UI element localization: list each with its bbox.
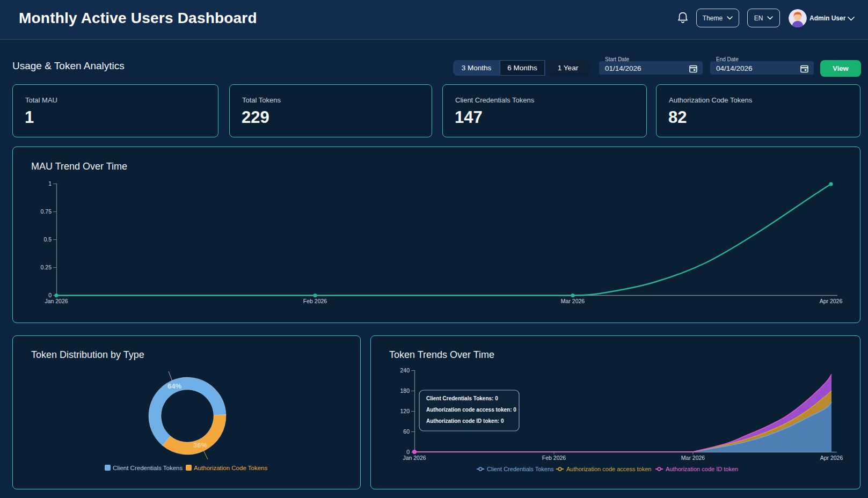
- svg-text:Authorization Code Tokens: Authorization Code Tokens: [194, 465, 267, 471]
- svg-text:120: 120: [400, 408, 410, 414]
- svg-text:Feb 2026: Feb 2026: [542, 455, 566, 461]
- svg-text:Apr 2026: Apr 2026: [820, 455, 843, 461]
- svg-text:Client Credentials Tokens: 0: Client Credentials Tokens: 0: [426, 396, 498, 401]
- svg-text:Authorization code ID token: 0: Authorization code ID token: 0: [426, 418, 504, 424]
- svg-text:Mar 2026: Mar 2026: [681, 455, 705, 461]
- svg-text:Authorization code access toke: Authorization code access token: 0: [426, 407, 516, 413]
- svg-text:Mar 2026: Mar 2026: [561, 298, 585, 304]
- svg-text:0.5: 0.5: [43, 236, 52, 243]
- svg-text:Client Credentials Tokens: Client Credentials Tokens: [487, 466, 554, 472]
- svg-text:1: 1: [48, 180, 52, 187]
- svg-text:Authorization code ID token: Authorization code ID token: [666, 466, 738, 472]
- svg-text:0.75: 0.75: [41, 208, 52, 215]
- svg-text:240: 240: [400, 367, 410, 374]
- svg-text:Feb 2026: Feb 2026: [303, 298, 327, 304]
- svg-text:Jan 2026: Jan 2026: [45, 298, 68, 304]
- svg-text:180: 180: [400, 387, 410, 394]
- svg-text:Authorization code access toke: Authorization code access token: [566, 466, 651, 472]
- svg-text:0.25: 0.25: [41, 264, 52, 270]
- svg-text:60: 60: [403, 428, 410, 435]
- svg-text:64%: 64%: [167, 382, 181, 390]
- svg-text:36%: 36%: [193, 441, 207, 449]
- svg-text:Client Credentials Tokens: Client Credentials Tokens: [113, 465, 183, 471]
- svg-text:Apr 2026: Apr 2026: [820, 298, 843, 304]
- svg-text:Jan 2026: Jan 2026: [403, 455, 426, 461]
